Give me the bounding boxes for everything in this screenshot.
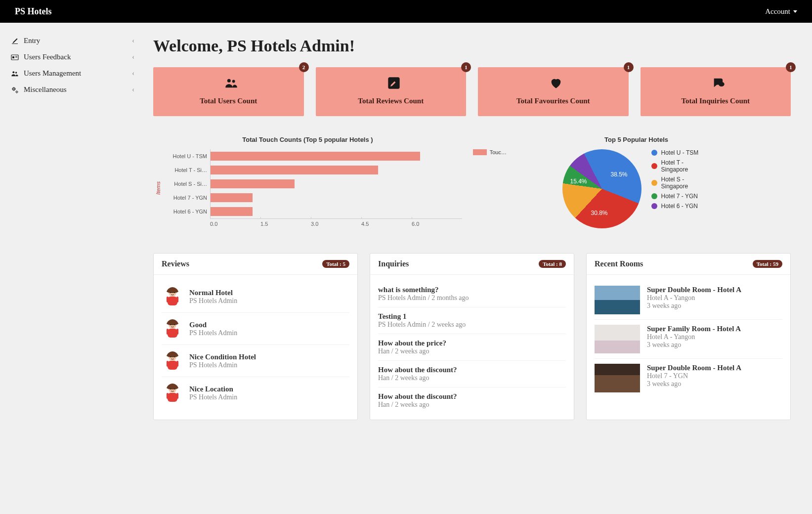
legend-swatch: [651, 193, 657, 199]
stat-card-label: Total Inquiries Count: [645, 97, 786, 105]
svg-point-8: [227, 79, 231, 83]
inquiry-item[interactable]: How about the discount? Han / 2 weeks ag…: [378, 361, 566, 387]
pie-legend-item: Hotel 7 - YGN: [651, 193, 711, 200]
main-content: Welcome, PS Hotels Admin! 2 Total Users …: [143, 23, 811, 450]
bar-row: Hotel 6 - YGN: [163, 205, 462, 218]
inquiry-meta: Han / 2 weeks ago: [378, 347, 566, 355]
svg-rect-1: [12, 56, 14, 58]
sidebar: Entry ‹ Users Feedback ‹ Users Managemen…: [0, 23, 143, 450]
svg-point-18: [174, 292, 175, 294]
panel-badge: Total : 59: [753, 260, 782, 268]
bar-chart-yaxis-label: Items: [153, 181, 163, 195]
avatar: [162, 382, 183, 404]
review-item[interactable]: Nice Location PS Hotels Admin: [162, 377, 349, 409]
sidebar-item-users feedback[interactable]: Users Feedback ‹: [9, 49, 143, 65]
inquiry-item[interactable]: How about the price? Han / 2 weeks ago: [378, 334, 566, 361]
x-tick: 6.0: [412, 219, 462, 227]
svg-rect-23: [176, 329, 178, 335]
svg-rect-21: [168, 329, 177, 338]
topbar: PS Hotels Account: [0, 0, 812, 23]
review-title: Normal Hotel: [189, 289, 237, 297]
svg-point-5: [15, 72, 17, 73]
room-item[interactable]: Super Family Room - Hotel A Hotel A - Ya…: [595, 320, 782, 359]
chevron-left-icon: ‹: [132, 53, 134, 61]
review-item[interactable]: Normal Hotel PS Hotels Admin: [162, 281, 349, 313]
bar-label: Hotel 7 - YGN: [163, 195, 210, 201]
pie-legend-item: Hotel 6 - YGN: [651, 203, 711, 210]
stat-card-label: Total Users Count: [158, 97, 299, 105]
room-time: 3 weeks ago: [647, 302, 741, 310]
inquiry-title: How about the price?: [378, 339, 566, 347]
legend-swatch: [651, 150, 657, 156]
svg-point-9: [232, 80, 235, 83]
sidebar-item-entry[interactable]: Entry ‹: [9, 33, 143, 49]
inquiry-item[interactable]: How about the discount? Han / 2 weeks ag…: [378, 387, 566, 414]
review-item[interactable]: Nice Condition Hotel PS Hotels Admin: [162, 345, 349, 377]
pencil-icon: [387, 76, 395, 84]
pie-chart: 38.5% 30.8% 15.4%: [562, 149, 641, 228]
users-icon: [11, 70, 19, 78]
page-title: Welcome, PS Hotels Admin!: [153, 37, 791, 55]
svg-point-38: [170, 388, 171, 390]
pie-slice-label: 30.8%: [591, 210, 608, 216]
legend-swatch: [473, 149, 487, 155]
sidebar-item-label: Users Feedback: [24, 53, 71, 61]
room-time: 3 weeks ago: [647, 380, 741, 388]
panel-title: Recent Rooms: [595, 259, 643, 268]
sidebar-item-users management[interactable]: Users Management ‹: [9, 65, 143, 82]
svg-rect-29: [167, 361, 169, 367]
reviews-panel: Reviews Total : 5 Normal Hotel PS Hotels…: [153, 253, 358, 420]
chat-icon: [712, 76, 720, 84]
heart-icon: [549, 76, 557, 84]
bar-chart-title: Total Touch Counts (Top 5 popular Hotels…: [153, 136, 462, 143]
avatar-icon: [162, 318, 183, 340]
avatar-icon: [162, 286, 183, 307]
room-title: Super Double Room - Hotel A: [647, 364, 741, 372]
room-item[interactable]: Super Double Room - Hotel A Hotel 7 - YG…: [595, 359, 782, 397]
account-menu[interactable]: Account: [765, 7, 797, 16]
legend-swatch: [651, 163, 657, 169]
svg-rect-14: [168, 297, 177, 305]
avatar: [162, 286, 183, 307]
stat-card[interactable]: 2 Total Users Count: [153, 67, 304, 116]
bar-label: Hotel S - Si…: [163, 181, 210, 187]
avatar-icon: [162, 350, 183, 372]
inquiry-title: what is something?: [378, 286, 566, 294]
pie-legend-item: Hotel T - Singapore: [651, 159, 711, 173]
panel-title: Reviews: [162, 259, 189, 268]
legend-swatch: [651, 180, 657, 186]
svg-rect-22: [167, 329, 169, 335]
chevron-left-icon: ‹: [132, 86, 134, 94]
panel-title: Inquiries: [378, 259, 409, 268]
pie-slice-label: 38.5%: [610, 171, 627, 178]
inquiry-title: Testing 1: [378, 312, 566, 321]
bar-row: Hotel U - TSM: [163, 149, 462, 163]
review-item[interactable]: Good PS Hotels Admin: [162, 313, 349, 345]
brand-logo[interactable]: PS Hotels: [15, 6, 52, 17]
avatar-icon: [162, 382, 183, 404]
svg-point-31: [170, 356, 171, 358]
room-title: Super Family Room - Hotel A: [647, 325, 741, 333]
stat-card-label: Total Reviews Count: [321, 97, 462, 105]
caret-down-icon: [793, 10, 797, 13]
inquiry-item[interactable]: what is something? PS Hotels Admin / 2 m…: [378, 281, 566, 307]
stat-card[interactable]: 1 Total Inquiries Count: [641, 67, 791, 116]
inquiry-item[interactable]: Testing 1 PS Hotels Admin / 2 weeks ago: [378, 307, 566, 334]
svg-point-32: [174, 356, 175, 358]
stat-card[interactable]: 1 Total Favourites Count: [478, 67, 629, 116]
inquiry-meta: PS Hotels Admin / 2 months ago: [378, 294, 566, 302]
panels-row: Reviews Total : 5 Normal Hotel PS Hotels…: [153, 253, 791, 420]
room-hotel: Hotel A - Yangon: [647, 294, 741, 302]
bar-chart: Touc… Hotel U - TSM Hotel T - Si… Hotel …: [163, 149, 462, 227]
avatar: [162, 318, 183, 340]
room-item[interactable]: Super Double Room - Hotel A Hotel A - Ya…: [595, 281, 782, 320]
svg-rect-37: [176, 393, 178, 399]
bar-chart-section: Total Touch Counts (Top 5 popular Hotels…: [153, 136, 462, 228]
bar-label: Hotel 6 - YGN: [163, 209, 210, 214]
stat-card[interactable]: 1 Total Reviews Count: [316, 67, 467, 116]
inquiry-title: How about the discount?: [378, 366, 566, 374]
sidebar-item-miscellaneous[interactable]: Miscellaneous ‹: [9, 82, 143, 98]
inquiry-meta: Han / 2 weeks ago: [378, 401, 566, 409]
edit-icon: [11, 37, 19, 45]
legend-label: Hotel 6 - YGN: [661, 203, 698, 210]
